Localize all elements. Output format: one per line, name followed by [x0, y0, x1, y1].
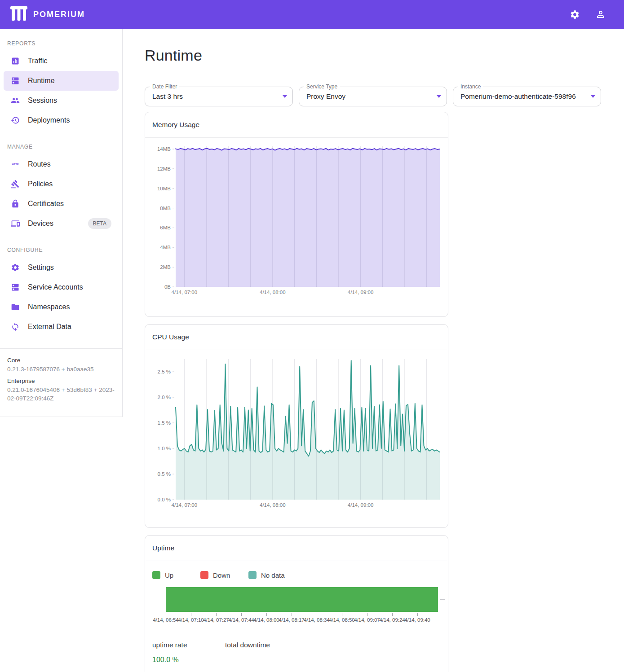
- app-header: POMERIUM: [0, 0, 624, 29]
- user-account-icon[interactable]: [593, 7, 608, 22]
- legend-item-up: Up: [152, 571, 200, 579]
- svg-text:4/14, 09:00: 4/14, 09:00: [348, 502, 374, 508]
- sidebar-item-sessions[interactable]: Sessions: [4, 91, 119, 110]
- memory-usage-card: Memory Usage 0B2MB4MB6MB8MB10MB12MB14MB4…: [145, 112, 448, 317]
- sidebar-item-traffic[interactable]: Traffic: [4, 51, 119, 71]
- svg-text:1.5 %: 1.5 %: [158, 420, 171, 426]
- sidebar-item-routes[interactable]: HTTP Routes: [4, 154, 119, 174]
- uptime-rate-label: uptime rate: [152, 641, 225, 649]
- uptime-tick: [266, 613, 267, 616]
- svg-text:0.0 %: 0.0 %: [158, 497, 171, 502]
- instance-select[interactable]: Instance Pomerium-demo-authenticate-598f…: [453, 87, 601, 106]
- svg-text:4/14, 07:00: 4/14, 07:00: [172, 290, 198, 295]
- beta-badge: BETA: [88, 218, 111, 229]
- external-data-sync-icon: [11, 322, 20, 331]
- sidebar-item-deployments[interactable]: Deployments: [4, 110, 119, 130]
- main-content: Runtime Date Filter Last 3 hrs Service T…: [123, 29, 624, 672]
- enterprise-version-value: 0.21.0-1676045406 + 53d6bf83 + 2023-02-0…: [7, 386, 115, 403]
- gear-icon: [11, 263, 20, 272]
- sidebar-item-runtime[interactable]: Runtime: [4, 71, 119, 91]
- uptime-footer: uptime rate 100.0 % total downtime: [145, 634, 448, 672]
- svg-text:0B: 0B: [164, 284, 171, 290]
- uptime-tick-label: 4/14, 08:00: [253, 617, 279, 623]
- svg-text:4/14, 08:00: 4/14, 08:00: [260, 502, 286, 508]
- section-title-configure: CONFIGURE: [0, 243, 122, 258]
- uptime-tick-label: 4/14, 08:50: [329, 617, 355, 623]
- svg-text:14MB: 14MB: [157, 146, 171, 152]
- uptime-tick-labels: 4/14, 06:544/14, 07:104/14, 07:274/14, 0…: [166, 617, 438, 624]
- uptime-tick-label: 4/14, 07:44: [228, 617, 254, 623]
- svg-text:HTTP: HTTP: [12, 163, 18, 166]
- uptime-tick-label: 4/14, 08:17: [279, 617, 305, 623]
- legend-swatch: [200, 571, 208, 579]
- svg-text:0.5 %: 0.5 %: [158, 471, 171, 477]
- section-title-reports: REPORTS: [0, 37, 122, 51]
- legend-swatch: [152, 571, 160, 579]
- chevron-down-icon: [437, 95, 441, 98]
- legend-item-no-data: No data: [248, 571, 297, 579]
- memory-usage-title: Memory Usage: [145, 112, 448, 138]
- svg-text:2MB: 2MB: [160, 264, 171, 270]
- uptime-bar-wrap: 4/14, 06:544/14, 07:104/14, 07:274/14, 0…: [166, 587, 438, 624]
- history-clock-icon: [11, 116, 20, 125]
- sidebar-item-service-accounts[interactable]: Service Accounts: [4, 277, 119, 297]
- svg-text:4MB: 4MB: [160, 245, 171, 250]
- uptime-tick-label: 4/14, 09:40: [404, 617, 430, 623]
- instance-label: Instance: [458, 83, 483, 90]
- sidebar-item-policies[interactable]: Policies: [4, 174, 119, 194]
- page-title: Runtime: [145, 47, 613, 64]
- service-type-value: Proxy Envoy: [306, 92, 431, 101]
- sidebar-item-label: Settings: [28, 264, 54, 272]
- svg-text:12MB: 12MB: [157, 166, 171, 171]
- version-info: Core 0.21.3-1679587076 + ba0aae35 Enterp…: [0, 348, 122, 417]
- sidebar-item-devices[interactable]: Devices BETA: [4, 214, 119, 233]
- total-downtime-label: total downtime: [225, 641, 298, 649]
- uptime-tick: [292, 613, 292, 616]
- sidebar-item-label: Devices: [28, 220, 53, 228]
- uptime-tick-label: 4/14, 09:24: [379, 617, 405, 623]
- uptime-card: Uptime UpDownNo data 4/14, 06:544/14, 07…: [145, 535, 448, 672]
- sidebar-item-settings[interactable]: Settings: [4, 258, 119, 277]
- sidebar-item-label: Policies: [28, 180, 53, 188]
- traffic-chart-icon: [11, 57, 20, 66]
- svg-text:1.0 %: 1.0 %: [158, 446, 171, 451]
- sidebar-item-label: Sessions: [28, 97, 57, 105]
- brand[interactable]: POMERIUM: [10, 6, 85, 23]
- brand-name: POMERIUM: [33, 10, 85, 19]
- sidebar-item-namespaces[interactable]: Namespaces: [4, 297, 119, 317]
- cpu-usage-title: CPU Usage: [145, 325, 448, 350]
- sidebar-item-label: External Data: [28, 323, 71, 331]
- uptime-tick-label: 4/14, 06:54: [153, 617, 179, 623]
- svg-text:4/14, 08:00: 4/14, 08:00: [260, 290, 286, 295]
- server-stack-icon: [11, 76, 20, 85]
- svg-text:2.5 %: 2.5 %: [158, 369, 171, 374]
- people-icon: [11, 96, 20, 105]
- settings-gear-icon[interactable]: [568, 8, 582, 22]
- server-stack-icon: [11, 283, 20, 292]
- sidebar-item-external-data[interactable]: External Data: [4, 317, 119, 337]
- sidebar-item-label: Routes: [28, 160, 51, 168]
- svg-text:2.0 %: 2.0 %: [158, 395, 171, 400]
- legend-label: No data: [261, 571, 285, 579]
- gavel-icon: [11, 180, 20, 189]
- legend-label: Down: [213, 571, 230, 579]
- uptime-tick: [367, 613, 367, 616]
- date-filter-select[interactable]: Date Filter Last 3 hrs: [145, 87, 293, 106]
- pomerium-logo-icon: [10, 6, 28, 23]
- filters-row: Date Filter Last 3 hrs Service Type Prox…: [145, 87, 613, 106]
- uptime-rate-value: 100.0 %: [152, 656, 225, 664]
- uptime-status-bar: [166, 587, 438, 612]
- enterprise-version-label: Enterprise: [7, 378, 115, 384]
- http-icon: HTTP: [11, 160, 20, 169]
- service-type-label: Service Type: [304, 83, 340, 90]
- uptime-tick-label: 4/14, 07:27: [203, 617, 229, 623]
- memory-usage-chart: 0B2MB4MB6MB8MB10MB12MB14MB4/14, 07:004/1…: [145, 138, 448, 316]
- sidebar-item-label: Traffic: [28, 57, 48, 65]
- date-filter-label: Date Filter: [150, 83, 179, 90]
- sidebar-item-certificates[interactable]: Certificates: [4, 194, 119, 214]
- service-type-select[interactable]: Service Type Proxy Envoy: [299, 87, 447, 106]
- uptime-tick: [417, 613, 418, 616]
- uptime-axis-dash: [440, 599, 445, 600]
- lock-icon: [11, 199, 20, 208]
- uptime-ticks: [166, 613, 438, 616]
